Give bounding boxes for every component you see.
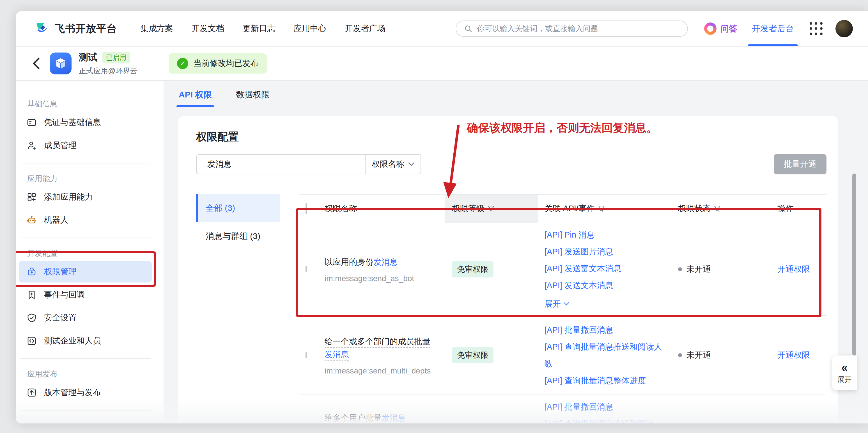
category-message-group[interactable]: 消息与群组 (3)	[196, 222, 280, 250]
app-icon	[50, 53, 71, 75]
search-match-highlight[interactable]: 发消息	[324, 350, 349, 359]
shield-check-icon	[27, 313, 37, 323]
sidebar-item-security[interactable]: 安全设置	[19, 307, 152, 328]
filter-funnel-icon	[714, 206, 721, 212]
select-all-checkbox[interactable]	[306, 203, 307, 214]
sidebar-item-credentials[interactable]: 凭证与基础信息	[19, 112, 152, 133]
annotation-text: 确保该权限开启，否则无法回复消息。	[467, 120, 658, 136]
grid-plus-icon	[27, 192, 37, 202]
apps-grid-icon[interactable]	[810, 22, 823, 35]
filter-funnel-icon	[488, 206, 495, 212]
browser-window: 飞书开放平台 集成方案 开发文档 更新日志 应用中心 开发者广场 你可以输入关键…	[16, 11, 868, 424]
row-checkbox[interactable]	[306, 352, 307, 358]
api-link[interactable]: [API] 查询批量消息推送和阅读人数	[545, 338, 667, 372]
check-circle-icon: ✓	[177, 58, 188, 69]
expand-api-list-link[interactable]: 展开	[545, 295, 569, 312]
feishu-logo[interactable]: 飞书开放平台	[34, 21, 117, 36]
app-meta: 测试 已启用 正式应用@环界云	[79, 51, 137, 76]
header-permission-name: 权限名称	[324, 203, 445, 214]
header-permission-level: 权限等级	[452, 203, 495, 214]
header-permission-status: 权限状态	[678, 203, 721, 214]
header-action: 操作	[765, 203, 827, 214]
upload-box-icon	[27, 387, 37, 398]
person-add-icon	[27, 140, 37, 150]
vertical-scrollbar-thumb[interactable]	[852, 174, 856, 355]
sidebar-expand-tab[interactable]: « 展开	[832, 355, 857, 390]
lock-case-icon	[27, 267, 37, 277]
sidebar-divider	[20, 237, 151, 238]
sidebar-item-events[interactable]: 事件与回调	[19, 284, 152, 306]
sidebar-item-add-capability[interactable]: 添加应用能力	[19, 186, 152, 208]
app-header: 测试 已启用 正式应用@环界云 ✓ 当前修改均已发布	[16, 47, 868, 81]
publish-status-banner: ✓ 当前修改均已发布	[168, 53, 267, 74]
category-all[interactable]: 全部 (3)	[196, 194, 280, 222]
search-match-highlight[interactable]: 发消息	[381, 413, 406, 422]
sidebar-item-test-org[interactable]: 测试企业和人员	[19, 330, 152, 352]
bulk-enable-button[interactable]: 批量开通	[774, 154, 827, 174]
filter-funnel-icon	[598, 206, 605, 212]
nav-item-dev-plaza[interactable]: 开发者广场	[345, 23, 385, 34]
api-link[interactable]: [API] 查询批量消息推送和阅读	[545, 415, 667, 424]
table-row-send-as-bot: 以应用的身份发消息 im:message:send_as_bot 免审权限 [A…	[299, 223, 827, 316]
robot-icon	[27, 215, 37, 225]
sidebar-section-release: 应用发布	[27, 369, 163, 379]
nav-item-app-center[interactable]: 应用中心	[294, 23, 326, 34]
search-placeholder: 你可以输入关键词，或直接输入问题	[477, 24, 598, 34]
qa-label: 问答	[720, 23, 737, 34]
sidebar-item-members[interactable]: 成员管理	[19, 135, 152, 156]
row-checkbox[interactable]	[306, 266, 307, 272]
permission-name: 以应用的身份发消息	[324, 256, 434, 268]
api-link[interactable]: [API] 批量撤回消息	[545, 321, 667, 338]
permission-tabs: API 权限 数据权限	[163, 81, 868, 107]
expand-tab-label: 展开	[837, 375, 851, 384]
search-match-highlight[interactable]: 发消息	[373, 258, 398, 266]
sidebar-divider	[20, 163, 151, 164]
sidebar-section-dev-config: 开发配置	[27, 248, 163, 258]
chevron-down-icon	[408, 162, 414, 166]
search-type-dropdown[interactable]: 权限名称	[365, 155, 421, 174]
nav-item-docs[interactable]: 开发文档	[192, 23, 224, 34]
permission-name: 给多个用户批量发消息	[324, 411, 434, 424]
code-brackets-icon	[27, 336, 37, 346]
status-dot-icon	[678, 353, 682, 357]
api-link[interactable]: [API] 发送文本消息	[545, 277, 667, 294]
level-tag: 免审权限	[452, 261, 494, 278]
level-tag: 免审权限	[452, 347, 494, 363]
tab-api-permissions[interactable]: API 权限	[179, 89, 212, 107]
permission-search-control: 发消息 权限名称	[196, 154, 421, 174]
api-link[interactable]: [API] Pin 消息	[545, 226, 667, 243]
sidebar-item-permissions[interactable]: 权限管理	[19, 261, 152, 283]
user-avatar[interactable]	[835, 20, 853, 37]
permission-table: 权限名称 权限等级 关联 API/事件	[299, 194, 827, 424]
enable-permission-link[interactable]: 开通权限	[777, 264, 810, 273]
nav-item-changelog[interactable]: 更新日志	[243, 23, 275, 34]
sidebar-section-monitoring: 运营监控	[27, 421, 163, 424]
enable-permission-link[interactable]: 开通权限	[777, 350, 810, 359]
status-text: 未开通	[686, 350, 711, 361]
sidebar-divider	[20, 410, 151, 410]
tab-data-permissions[interactable]: 数据权限	[236, 89, 270, 107]
api-link[interactable]: [API] 发送图片消息	[545, 243, 667, 260]
api-link[interactable]: [API] 查询批量消息整体进度	[545, 372, 667, 389]
sidebar-section-basic: 基础信息	[27, 99, 163, 109]
back-button[interactable]	[32, 57, 40, 70]
bookmark-plus-icon	[27, 290, 37, 300]
table-row-send-multi-depts: 给一个或多个部门的成员批量发消息 im:message:send_multi_d…	[299, 316, 827, 395]
sidebar-item-versions[interactable]: 版本管理与发布	[19, 382, 152, 403]
sidebar-divider	[20, 358, 151, 359]
search-icon	[464, 24, 472, 33]
sidebar-item-bot[interactable]: 机器人	[19, 209, 152, 231]
app-subtitle: 正式应用@环界云	[79, 66, 137, 76]
nav-item-solutions[interactable]: 集成方案	[141, 23, 173, 34]
status-text: 未开通	[686, 264, 711, 275]
developer-console-link[interactable]: 开发者后台	[752, 11, 794, 46]
qa-ring-icon	[704, 23, 716, 35]
global-search-input[interactable]: 你可以输入关键词，或直接输入问题	[456, 21, 688, 37]
api-link[interactable]: [API] 发送富文本消息	[545, 260, 667, 277]
app-name: 测试	[79, 51, 97, 64]
id-card-icon	[27, 117, 37, 127]
qa-link[interactable]: 问答	[704, 23, 737, 35]
sidebar: 基础信息 凭证与基础信息 成员管理 应用能力 添加应用能力	[16, 81, 163, 424]
api-link[interactable]: [API] 批量撤回消息	[545, 399, 667, 415]
permission-search-input[interactable]: 发消息	[197, 155, 365, 174]
